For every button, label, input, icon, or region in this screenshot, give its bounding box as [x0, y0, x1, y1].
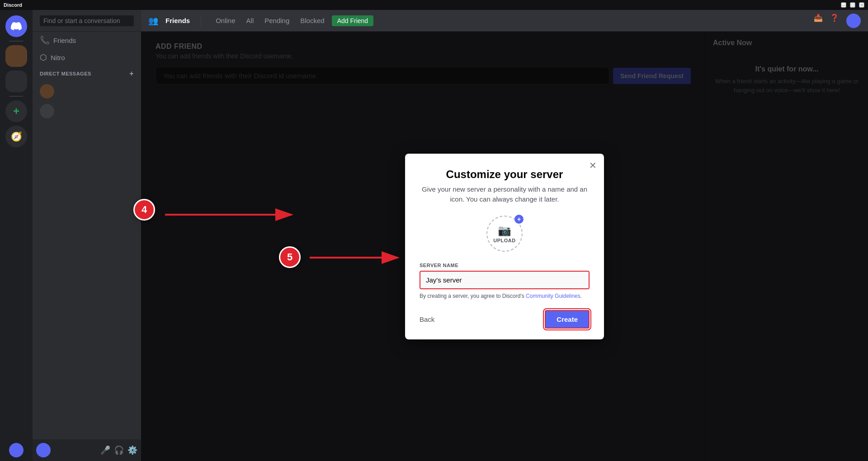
friends-icon: 📞 — [40, 35, 50, 45]
tab-all[interactable]: All — [243, 15, 258, 26]
tab-blocked[interactable]: Blocked — [297, 15, 328, 26]
window-controls: — □ ✕ — [841, 2, 864, 8]
modal-backdrop: ✕ Customize your server Give your new se… — [141, 32, 868, 461]
terms-suffix: . — [580, 293, 582, 299]
settings-icon[interactable]: ⚙️ — [127, 445, 137, 455]
dm-avatar-2 — [40, 104, 54, 118]
channel-search-header — [33, 10, 141, 32]
header-right-icons: 📥 ❓ — [814, 14, 861, 28]
user-avatar-header[interactable] — [846, 14, 861, 28]
sidebar-item-nitro[interactable]: ⬡ Nitro — [33, 49, 141, 66]
search-input[interactable] — [40, 15, 134, 26]
main-header: 👥 Friends Online All Pending Blocked Add… — [141, 10, 868, 32]
dm-item-1[interactable] — [33, 81, 141, 101]
server-name-input-wrap — [420, 271, 590, 289]
server-name-label: SERVER NAME — [420, 263, 590, 268]
friends-label: Friends — [53, 37, 76, 44]
discord-home-button[interactable] — [5, 15, 27, 37]
tab-pending[interactable]: Pending — [261, 15, 293, 26]
server-icon-1[interactable] — [5, 71, 27, 92]
camera-icon: 📷 — [498, 224, 511, 237]
terms-text: By creating a server, you agree to Disco… — [420, 293, 590, 299]
add-server-icon: + — [13, 105, 19, 118]
app-layout: + 🧭 📞 Friends ⬡ Nitro DIRECT MESSAGES + — [0, 10, 868, 461]
channel-sidebar: 📞 Friends ⬡ Nitro DIRECT MESSAGES + 🎤 🎧 — [33, 10, 141, 461]
headset-icon[interactable]: 🎧 — [114, 445, 124, 455]
upload-button[interactable]: 📷 UPLOAD + — [486, 216, 523, 252]
dm-section-header: DIRECT MESSAGES + — [33, 66, 141, 81]
app-title: Discord — [4, 2, 22, 8]
upload-label: UPLOAD — [493, 238, 515, 243]
titlebar: Discord — □ ✕ — [0, 0, 868, 10]
server-divider-2 — [9, 96, 24, 97]
help-icon[interactable]: ❓ — [830, 14, 839, 28]
explore-button[interactable]: 🧭 — [5, 126, 27, 147]
tab-online[interactable]: Online — [212, 15, 239, 26]
modal-subtitle: Give your new server a personality with … — [420, 184, 590, 205]
back-button[interactable]: Back — [420, 315, 434, 323]
server-name-field-group: SERVER NAME — [420, 263, 590, 289]
current-user-avatar — [36, 443, 51, 457]
server-sidebar: + 🧭 — [0, 10, 33, 461]
modal-close-button[interactable]: ✕ — [589, 161, 597, 170]
dm-add-button[interactable]: + — [129, 70, 134, 78]
restore-button[interactable]: □ — [850, 2, 855, 8]
nitro-label: Nitro — [51, 54, 65, 61]
dm-section-label: DIRECT MESSAGES — [40, 71, 91, 76]
modal-footer: Back Create — [420, 310, 590, 329]
upload-plus-icon: + — [514, 215, 524, 224]
create-button[interactable]: Create — [545, 310, 590, 329]
server-divider — [9, 41, 24, 42]
community-guidelines-link[interactable]: Community Guidelines — [526, 293, 580, 299]
user-bar: 🎤 🎧 ⚙️ — [33, 439, 141, 461]
header-divider — [201, 15, 201, 26]
terms-prefix: By creating a server, you agree to Disco… — [420, 293, 526, 299]
friends-header-icon: 👥 — [148, 16, 158, 26]
friends-header-label: Friends — [165, 17, 190, 24]
customize-server-modal: ✕ Customize your server Give your new se… — [405, 154, 604, 339]
server-name-input[interactable] — [420, 272, 589, 288]
mic-icon[interactable]: 🎤 — [100, 445, 110, 455]
close-button[interactable]: ✕ — [859, 2, 864, 8]
upload-area: 📷 UPLOAD + — [420, 216, 590, 252]
main-content: 👥 Friends Online All Pending Blocked Add… — [141, 10, 868, 461]
nitro-icon: ⬡ — [40, 52, 47, 62]
dm-item-2[interactable] — [33, 101, 141, 121]
minimize-button[interactable]: — — [841, 2, 846, 8]
user-bar-controls: 🎤 🎧 ⚙️ — [100, 445, 137, 455]
user-bar-inner: 🎤 🎧 ⚙️ — [33, 439, 141, 461]
dm-avatar-1 — [40, 84, 54, 99]
add-server-button[interactable]: + — [5, 100, 27, 122]
sidebar-item-friends[interactable]: 📞 Friends — [33, 32, 141, 49]
main-header-tabs: Online All Pending Blocked Add Friend — [212, 15, 373, 26]
add-friend-tab[interactable]: Add Friend — [332, 15, 373, 26]
main-body: ADD FRIEND You can add friends with thei… — [141, 32, 868, 461]
server-icon-user[interactable] — [5, 45, 27, 67]
user-avatar-bottom[interactable] — [9, 443, 24, 457]
modal-title: Customize your server — [420, 168, 590, 181]
inbox-icon[interactable]: 📥 — [814, 14, 823, 28]
